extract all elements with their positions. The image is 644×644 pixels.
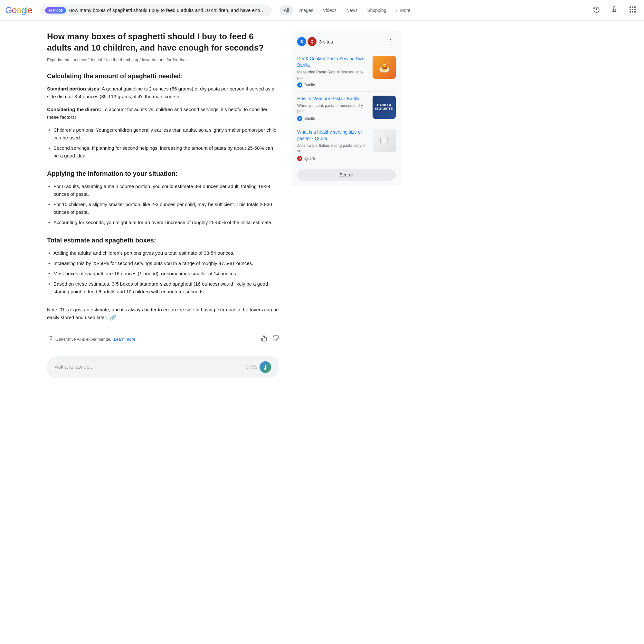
main-layout: How many boxes of spaghetti should I buy… xyxy=(0,21,644,388)
bullet-item: Based on these estimates, 3-5 boxes of s… xyxy=(47,280,279,296)
bullets-section2: For 6 adults, assuming a main course por… xyxy=(47,183,279,226)
sources-header-left: B Q 3 sites xyxy=(297,37,333,46)
svg-rect-7 xyxy=(634,9,636,10)
follow-up-placeholder: Ask a follow up... xyxy=(55,364,245,370)
right-sidebar: B Q 3 sites ⋮ Dry & Cooked Pasta Serving… xyxy=(292,31,401,378)
source-item-2[interactable]: How to Measure Pasta - Barilla When you … xyxy=(297,92,396,125)
note-text: Note: This is just an estimate, and it's… xyxy=(47,306,279,322)
sources-header: B Q 3 sites ⋮ xyxy=(297,36,396,47)
svg-rect-9 xyxy=(632,11,633,13)
source-domain-3: Quora xyxy=(304,156,315,161)
see-all-button[interactable]: See all xyxy=(297,169,396,181)
ai-mode-badge: AI Mode xyxy=(45,7,66,14)
bullet-item: Most boxes of spaghetti are 16 ounces (1… xyxy=(47,270,279,278)
ai-footer: Generative AI is experimental. Learn mor… xyxy=(47,330,279,348)
sources-card: B Q 3 sites ⋮ Dry & Cooked Pasta Serving… xyxy=(292,31,401,186)
source-favicon-row-3: Q Quora xyxy=(297,156,369,161)
svg-point-0 xyxy=(613,10,614,11)
source-thumbnail-2: BARILLASPAGHETTI xyxy=(373,96,396,119)
logo-o1: o xyxy=(12,5,17,15)
thumbs-up-button[interactable] xyxy=(261,335,267,343)
logo-g2: g xyxy=(21,5,26,15)
history-icon xyxy=(593,6,600,14)
bullet-item: For 10 children, a slightly smaller port… xyxy=(47,201,279,216)
logo-o2: o xyxy=(16,5,21,15)
svg-rect-5 xyxy=(630,9,631,10)
section-heading-3: Total estimate and spaghetti boxes: xyxy=(47,237,279,244)
bullet-item: Adding the adults' and children's portio… xyxy=(47,249,279,257)
source-favicon-row-1: B Barilla xyxy=(297,82,369,88)
bold-diners: Considering the diners: xyxy=(47,107,101,112)
logo-g: G xyxy=(5,5,12,15)
grid-menu-button[interactable] xyxy=(626,4,639,17)
source-snippet-3: Alice Twain. Italian, eating pasta daily… xyxy=(297,143,369,154)
more-menu[interactable]: ⋮ More xyxy=(392,6,413,15)
tab-shopping[interactable]: Shopping xyxy=(363,5,390,15)
google-logo[interactable]: Google xyxy=(5,5,32,15)
tab-news[interactable]: News xyxy=(342,5,362,15)
more-label: More xyxy=(400,8,411,13)
source-item-3[interactable]: What is a healthy serving size of pasta?… xyxy=(297,125,396,165)
bullet-item: Increasing this by 25-50% for second ser… xyxy=(47,260,279,267)
grid-icon xyxy=(629,6,636,14)
tab-videos[interactable]: Videos xyxy=(319,5,341,15)
source-snippet-1: Measuring Pasta Size. When you cook past… xyxy=(297,70,369,81)
barilla-favicon-1: B xyxy=(297,82,302,88)
header-right xyxy=(590,4,639,17)
follow-up-box[interactable]: Ask a follow up... 9105 xyxy=(47,356,279,378)
tab-all[interactable]: All xyxy=(279,5,293,15)
sources-count: 3 sites xyxy=(319,39,333,44)
barilla-favicon-2: B xyxy=(297,116,302,121)
question-title: How many boxes of spaghetti should I buy… xyxy=(47,31,279,53)
source-thumbnail-3: 🍽️ xyxy=(373,129,396,152)
source-title-1: Dry & Cooked Pasta Serving Size – Barill… xyxy=(297,56,369,68)
sources-avatars: B Q xyxy=(297,37,317,46)
search-bar[interactable]: AI Mode How many boxes of spaghetti shou… xyxy=(40,5,272,16)
thumbs-down-button[interactable] xyxy=(272,335,279,343)
source-domain-2: Barilla xyxy=(304,116,315,121)
three-dots-icon: ⋮ xyxy=(394,8,399,13)
link-icon: 🔗 xyxy=(110,314,116,322)
source-info-3: What is a healthy serving size of pasta?… xyxy=(297,129,369,161)
bullet-item: Second servings: If planning for second … xyxy=(47,144,279,160)
svg-rect-8 xyxy=(630,11,631,13)
history-button[interactable] xyxy=(590,4,603,17)
bullets-section3: Adding the adults' and children's portio… xyxy=(47,249,279,296)
mic-button[interactable] xyxy=(260,361,271,373)
quora-favicon: Q xyxy=(297,156,302,161)
search-query: How many boxes of spaghetti should I buy… xyxy=(69,7,267,13)
tab-images[interactable]: Images xyxy=(294,5,317,15)
learn-more-link[interactable]: Learn more xyxy=(114,337,135,342)
avatar-barilla: B xyxy=(297,37,306,46)
more-dots-icon: ⋮ xyxy=(387,38,394,45)
svg-rect-6 xyxy=(632,9,633,10)
ai-footer-left: Generative AI is experimental. Learn mor… xyxy=(47,336,135,343)
svg-rect-2 xyxy=(630,6,631,8)
source-title-3: What is a healthy serving size of pasta?… xyxy=(297,129,369,142)
source-thumbnail-1: 🍝 xyxy=(373,56,396,79)
sources-more-button[interactable]: ⋮ xyxy=(385,36,396,47)
source-domain-1: Barilla xyxy=(304,83,315,87)
svg-rect-4 xyxy=(634,6,636,8)
svg-rect-10 xyxy=(634,11,636,13)
bullets-section1: Children's portions: Younger children ge… xyxy=(47,126,279,160)
follow-up-right: 9105 xyxy=(245,361,271,373)
section-heading-2: Applying the information to your situati… xyxy=(47,170,279,177)
source-snippet-2: When you cook pasta, 2 ounces of dry pas… xyxy=(297,103,369,114)
bullet-item: Accounting for seconds, you might aim fo… xyxy=(47,219,279,226)
note-content: Note: This is just an estimate, and it's… xyxy=(47,307,279,320)
follow-up-watermark: 9105 xyxy=(245,364,257,371)
source-info-1: Dry & Cooked Pasta Serving Size – Barill… xyxy=(297,56,369,88)
section-heading-1: Calculating the amount of spaghetti need… xyxy=(47,72,279,80)
source-title-2: How to Measure Pasta - Barilla xyxy=(297,96,369,102)
nav-tabs: All Images Videos News Shopping ⋮ More xyxy=(279,5,413,15)
flag-icon[interactable] xyxy=(47,336,53,343)
svg-rect-3 xyxy=(632,6,633,8)
source-info-2: How to Measure Pasta - Barilla When you … xyxy=(297,96,369,121)
labs-button[interactable] xyxy=(608,4,621,17)
logo-e: e xyxy=(28,5,33,15)
source-favicon-row-2: B Barilla xyxy=(297,116,369,121)
paragraph-diners: Considering the diners: To account for a… xyxy=(47,106,279,121)
source-item-1[interactable]: Dry & Cooked Pasta Serving Size – Barill… xyxy=(297,52,396,92)
svg-point-1 xyxy=(614,11,615,11)
